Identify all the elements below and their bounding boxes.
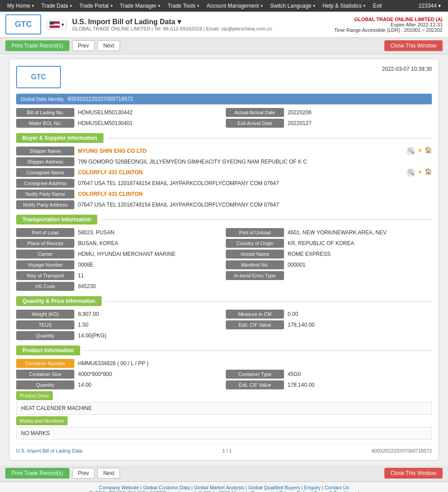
nav-switch-language[interactable]: Switch Language▾ <box>267 0 319 12</box>
consignee-address-label: Consignee Address <box>16 179 74 188</box>
time-range: Time Range Accessible (LDR) : 201001 ~ 2… <box>334 27 443 33</box>
buyer-supplier-title: Buyer & Supplier Information <box>16 133 103 143</box>
footer-enquiry[interactable]: Enquiry <box>304 485 320 490</box>
quantity-value: 14.00(PKG) <box>78 332 432 339</box>
consignee-icons: 🔍 ★ 🏠 <box>406 168 432 177</box>
manifest-value: 000001 <box>288 262 432 268</box>
consignee-address-row: Consignee Address 07647 USA TEL 12016748… <box>16 179 432 188</box>
voyage-value: 0008E <box>78 262 222 268</box>
footer-terms[interactable]: Terms & Conditions <box>314 490 357 492</box>
esti-arrival-value: 20220127 <box>288 120 432 126</box>
quantity-label: Quantity <box>16 331 74 340</box>
page-footer: Company Website | Global Customs Data | … <box>0 482 448 492</box>
card-footer-id: 6003202220207000718572 <box>371 448 432 453</box>
product-desc-box: HEAT CALENDER MACHINE <box>16 402 432 414</box>
card-date: 2022-03-07 10:39:30 <box>382 66 432 72</box>
print-button-top[interactable]: Print Trade Record(s) <box>5 40 69 51</box>
global-data-label: Global Data Identity <box>21 96 64 102</box>
port-unload-label: Port of Unload <box>226 228 284 237</box>
user-id: 223344 ▾ <box>415 3 444 9</box>
prev-button-bottom[interactable]: Prev <box>72 468 95 479</box>
footer-global-qualified[interactable]: Global Qualified Buyers <box>248 485 300 490</box>
notify-party-address-row: Notify Party Address 07647 USA TEL 12016… <box>16 200 432 209</box>
flag-button[interactable]: ▾ <box>47 20 67 30</box>
star-icon[interactable]: ★ <box>417 147 423 155</box>
search-icon[interactable]: 🔍 <box>406 147 415 155</box>
way-transport-value: 11 <box>78 272 222 279</box>
print-button-bottom[interactable]: Print Trade Record(s) <box>5 468 69 479</box>
toolbar-bottom: Print Trade Record(s) Prev Next Close Th… <box>0 465 448 482</box>
teus-label: TEUS <box>16 320 74 329</box>
esti-cif-label: Esti. CIF Value <box>226 320 284 329</box>
actual-arrival-label: Actual Arrival Date <box>226 108 284 117</box>
nav-trade-portal[interactable]: Trade Portal▾ <box>76 0 116 12</box>
quantity-row: Quantity 14.00(PKG) <box>16 331 432 340</box>
port-row: Port of Load 58023, PUSAN Port of Unload… <box>16 228 432 237</box>
hs-code-label: HS Code <box>16 282 74 291</box>
home-icon[interactable]: 🏠 <box>425 147 432 155</box>
next-button-top[interactable]: Next <box>97 40 120 51</box>
nav-trade-data[interactable]: Trade Data▾ <box>38 0 76 12</box>
footer-contact-us[interactable]: Contact Us <box>325 485 349 490</box>
consignee-name-label: Consignee Name <box>16 168 74 177</box>
bol-row: Bill of Lading No. HDMUSELM50130442 Actu… <box>16 108 432 117</box>
product-desc-value: HEAT CALENDER MACHINE <box>21 405 92 411</box>
logo-area: GTC <box>5 14 41 35</box>
hs-code-row: HS Code 845230 <box>16 282 432 291</box>
consignee-name-value: COLORFLY 431 CLINTON <box>78 169 401 176</box>
record-card: GTC 2022-03-07 10:39:30 Global Data Iden… <box>9 59 439 461</box>
bol-value: HDMUSELM50130442 <box>78 109 222 116</box>
nav-trade-manager[interactable]: Trade Manager▾ <box>116 0 164 12</box>
in-bond-label: In-bond Entry Type <box>226 271 284 280</box>
container-number-row: Container Number HMMU6334828 ( 00 / L / … <box>16 359 432 368</box>
actual-arrival-field: Actual Arrival Date 20220206 <box>226 108 432 117</box>
footer-privacy[interactable]: Privacy Policy <box>279 490 310 492</box>
country-origin-label: Country of Origin <box>226 239 284 248</box>
marks-row: Marks and Numbers <box>16 416 432 425</box>
page-title: U.S. Import Bill of Lading Data ▾ <box>72 17 329 26</box>
nav-exit[interactable]: Exit <box>369 0 385 12</box>
global-data-value: 6003202220207000718572 <box>68 96 134 102</box>
card-footer-link[interactable]: U.S. Import Bill of Lading Data <box>16 448 82 453</box>
container-number-value: HMMU6334828 ( 00 / L / PP ) <box>78 360 432 367</box>
global-data-row: Global Data Identity 6003202220207000718… <box>16 94 432 104</box>
container-size-value: 4000*900*800 <box>78 371 222 377</box>
close-button-bottom[interactable]: Close This Window <box>384 468 443 479</box>
consignee-home-icon[interactable]: 🏠 <box>425 168 432 177</box>
consignee-search-icon[interactable]: 🔍 <box>406 168 415 177</box>
shipper-name-row: Shipper Name MYUNG SHIN ENG CO LTD 🔍 ★ 🏠 <box>16 147 432 155</box>
footer-global-market[interactable]: Global Market Analysis <box>194 485 244 490</box>
nav-account-management[interactable]: Account Management▾ <box>203 0 267 12</box>
nav-my-home[interactable]: My Home▾ <box>4 0 38 12</box>
measure-value: 0.00 <box>288 311 432 317</box>
next-button-bottom[interactable]: Next <box>97 468 120 479</box>
consignee-star-icon[interactable]: ★ <box>417 168 423 177</box>
port-unload-value: 4601, NEW YORK/NEWARK AREA, NEV <box>288 229 432 236</box>
marks-box: NO MARKS <box>16 427 432 440</box>
shipper-icons: 🔍 ★ 🏠 <box>406 147 432 155</box>
notify-party-name-row: Notify Party Name COLORFLY 431 CLINTON <box>16 190 432 199</box>
receipt-country-row: Place of Receipt BUSAN, KOREA Country of… <box>16 239 432 248</box>
mater-bol-row: Mater BOL No. HDMUSELM50130401 Esti Arri… <box>16 119 432 128</box>
footer-global-customs[interactable]: Global Customs Data <box>143 485 190 490</box>
prev-button-top[interactable]: Prev <box>72 40 95 51</box>
transportation-title: Transportation Information <box>16 215 97 224</box>
account-info: GLOBAL TRADE ONLINE LIMITED (A) Expire A… <box>334 17 443 33</box>
nav-trade-tools[interactable]: Trade Tools▾ <box>164 0 203 12</box>
voyage-manifest-row: Voyage Number 0008E Manifest No. 000001 <box>16 260 432 269</box>
vessel-name-value: ROME EXPRESS <box>288 251 432 257</box>
footer-copyright: GLOBAL TRADE ONLINE LIMITED is authorize… <box>5 490 443 492</box>
card-footer: U.S. Import Bill of Lading Data 1 / 1 60… <box>16 444 432 453</box>
close-button-top[interactable]: Close This Window <box>384 40 443 51</box>
transport-inbond-row: Way of Transport 11 In-bond Entry Type <box>16 271 432 280</box>
quantity-price-header: Quantity & Price Information <box>16 296 432 306</box>
footer-company-website[interactable]: Company Website <box>99 485 139 490</box>
container-number-label: Container Number <box>16 359 74 368</box>
transportation-header: Transportation Information <box>16 215 432 224</box>
shipper-name-value: MYUNG SHIN ENG CO LTD <box>78 148 401 154</box>
header-title-area: U.S. Import Bill of Lading Data ▾ GLOBAL… <box>72 17 329 31</box>
measure-label: Measure in CM <box>226 310 284 319</box>
nav-help-statistics[interactable]: Help & Statistics▾ <box>319 0 369 12</box>
notify-party-address-value: 07647 USA TEL 12016748154 EMAIL JAYPARKC… <box>78 202 432 208</box>
mater-bol-value: HDMUSELM50130401 <box>78 120 222 126</box>
